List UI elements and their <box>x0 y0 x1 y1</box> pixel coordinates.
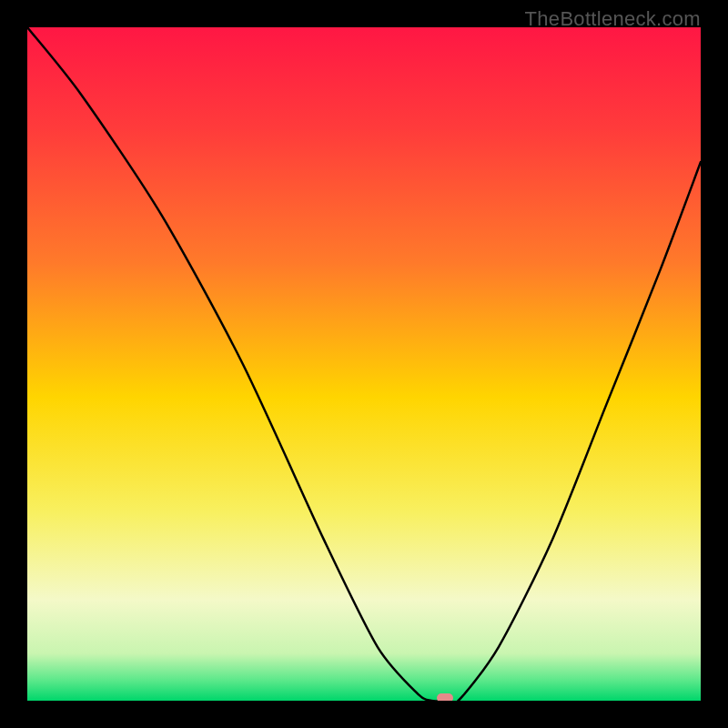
svg-rect-0 <box>27 27 701 701</box>
plot-area <box>27 27 701 701</box>
gradient-background <box>27 27 701 701</box>
optimal-marker <box>437 693 453 701</box>
chart-container: TheBottleneck.com <box>0 0 728 728</box>
